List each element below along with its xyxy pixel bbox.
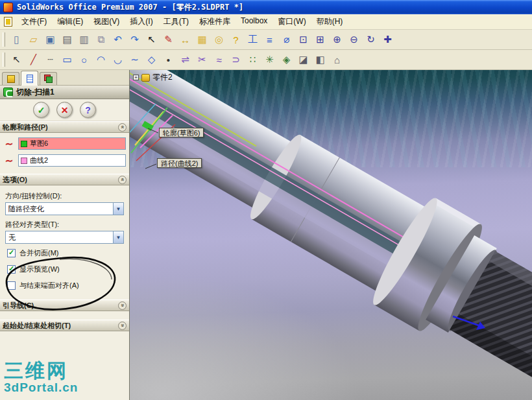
expand-chevron-icon[interactable] bbox=[118, 301, 127, 310]
selection-row: ∼ 曲线2 bbox=[3, 154, 126, 167]
configuration-manager-tab[interactable] bbox=[40, 72, 57, 85]
panel-tabs bbox=[0, 70, 129, 86]
option-checkbox-row[interactable]: 合并切面(M) bbox=[7, 248, 126, 258]
feature-title-bar: 切除-扫描1 bbox=[0, 86, 129, 99]
zoom-out-icon[interactable]: ⊖ bbox=[346, 32, 362, 47]
section-view-icon[interactable]: ◧ bbox=[312, 52, 328, 67]
help-button[interactable]: ? bbox=[80, 102, 96, 118]
dropdown-arrow-icon[interactable] bbox=[113, 231, 123, 243]
menu-item[interactable]: Toolbox bbox=[236, 14, 272, 29]
mirror-entities-icon[interactable]: ⇌ bbox=[177, 52, 193, 67]
dropdown-arrow-icon[interactable] bbox=[113, 203, 123, 215]
profile-selector-icon: ∼ bbox=[3, 139, 15, 148]
path-callout[interactable]: 路径(曲线2) bbox=[157, 158, 202, 168]
group-options-header[interactable]: 选项(O) bbox=[0, 174, 129, 185]
toolbar-drag-handle[interactable] bbox=[3, 53, 5, 67]
save-icon[interactable]: ▣ bbox=[42, 32, 58, 47]
property-manager-panel: 切除-扫描1 ✓ ✕ ? 轮廓和路径(P) ∼ bbox=[0, 70, 130, 400]
line-icon[interactable]: ╱ bbox=[25, 52, 42, 67]
group-guide-curves-header[interactable]: 引导线(C) bbox=[0, 300, 129, 311]
rotate-view-icon[interactable]: ↻ bbox=[363, 32, 379, 47]
tangent-arc-icon[interactable]: ◡ bbox=[110, 52, 126, 67]
help-icon[interactable]: ? bbox=[228, 32, 244, 47]
rectangle-icon[interactable]: ▭ bbox=[59, 52, 75, 67]
ok-button[interactable]: ✓ bbox=[33, 102, 49, 118]
revolve-icon[interactable]: ◎ bbox=[211, 32, 227, 47]
collapse-chevron-icon[interactable] bbox=[118, 176, 127, 184]
zoom-fit-icon[interactable]: ⊡ bbox=[295, 32, 311, 47]
display-style-icon[interactable]: ◪ bbox=[295, 52, 311, 67]
sketch-select-icon[interactable]: ↖ bbox=[8, 52, 25, 67]
shaft-model[interactable] bbox=[130, 70, 532, 400]
solidworks-window: SolidWorks Office Premium 2007 - [零件2.SL… bbox=[0, 0, 532, 400]
group-profile-path-header[interactable]: 轮廓和路径(P) bbox=[0, 121, 129, 133]
zoom-area-icon[interactable]: ⊞ bbox=[312, 32, 328, 47]
spline-icon[interactable]: ∼ bbox=[127, 52, 143, 67]
sketch-icon[interactable]: ✎ bbox=[160, 32, 176, 47]
menu-item[interactable]: 编辑(E) bbox=[52, 14, 88, 29]
extrude-boss-icon[interactable]: ▦ bbox=[194, 32, 210, 47]
centerline-icon[interactable]: ┄ bbox=[42, 52, 58, 67]
menu-item[interactable]: 插入(I) bbox=[125, 14, 158, 29]
path-alignment-combo[interactable]: 无 bbox=[5, 231, 124, 244]
print-preview-icon[interactable]: ▥ bbox=[76, 32, 92, 47]
checkbox-label: 与结束端面对齐(A) bbox=[19, 281, 79, 290]
option-checkbox-row[interactable]: 显示预览(W) bbox=[7, 265, 126, 274]
menu-item[interactable]: 工具(T) bbox=[158, 14, 194, 29]
print-icon[interactable]: ▤ bbox=[59, 32, 75, 47]
instant3d-icon[interactable]: ≡ bbox=[261, 32, 278, 47]
selection-row: ∼ 草图6 bbox=[3, 137, 126, 150]
zoom-in-icon[interactable]: ⊕ bbox=[329, 32, 345, 47]
selection-field[interactable]: 草图6 bbox=[18, 137, 126, 150]
feature-manager-tab[interactable] bbox=[2, 72, 19, 85]
polygon-icon[interactable]: ◇ bbox=[143, 52, 160, 67]
part-icon bbox=[141, 74, 150, 82]
trim-entities-icon[interactable]: ✂ bbox=[194, 52, 210, 67]
group-start-end-tangency-header[interactable]: 起始处/结束处相切(T) bbox=[0, 320, 129, 331]
menu-item[interactable]: 窗口(W) bbox=[272, 14, 311, 29]
point-icon[interactable]: • bbox=[160, 52, 176, 67]
menu-item[interactable]: 文件(F) bbox=[16, 14, 52, 29]
collapse-chevron-icon[interactable] bbox=[118, 123, 127, 132]
pan-view-icon[interactable]: ✚ bbox=[380, 32, 396, 47]
redo-icon[interactable]: ↷ bbox=[127, 32, 143, 47]
expand-chevron-icon[interactable] bbox=[118, 322, 127, 330]
new-document-icon[interactable]: ▯ bbox=[8, 32, 25, 47]
watermark-line2: 3dPortal.cn bbox=[4, 381, 78, 394]
convert-entities-icon[interactable]: ⊃ bbox=[228, 52, 244, 67]
checkbox[interactable] bbox=[7, 265, 16, 274]
open-folder-icon[interactable]: ▱ bbox=[25, 32, 42, 47]
menu-item[interactable]: 标准件库 bbox=[194, 14, 236, 29]
cancel-button[interactable]: ✕ bbox=[56, 102, 73, 118]
checkbox[interactable] bbox=[7, 281, 16, 290]
linear-pattern-icon[interactable]: ∷ bbox=[245, 52, 261, 67]
undo-icon[interactable]: ↶ bbox=[110, 32, 126, 47]
move-entities-icon[interactable]: ◈ bbox=[278, 52, 295, 67]
part-tree-label[interactable]: 零件2 bbox=[152, 72, 173, 83]
arc-icon[interactable]: ◠ bbox=[93, 52, 109, 67]
selection-field[interactable]: 曲线2 bbox=[18, 154, 126, 167]
circle-icon[interactable]: ○ bbox=[76, 52, 92, 67]
option-checkbox-row[interactable]: 与结束端面对齐(A) bbox=[7, 281, 126, 290]
circular-pattern-icon[interactable]: ✳ bbox=[261, 52, 278, 67]
smart-dimension-icon[interactable]: ↔ bbox=[177, 32, 193, 47]
copy-icon[interactable]: ⧉ bbox=[93, 32, 109, 47]
graphics-area[interactable]: + 零件2 轮廓(草图6) 路径(曲线2) bbox=[130, 70, 532, 400]
toolbar-drag-handle[interactable] bbox=[3, 32, 5, 47]
action-buttons: ✓ ✕ ? bbox=[0, 99, 129, 121]
property-sheet-icon bbox=[27, 75, 33, 83]
menu-item[interactable]: 帮助(H) bbox=[311, 14, 348, 29]
cosmosxpress-icon[interactable]: 工 bbox=[245, 32, 261, 47]
watermark-line1: 三维网 bbox=[4, 360, 78, 381]
view-orientation-icon[interactable]: ⌂ bbox=[329, 52, 345, 67]
property-manager-tab[interactable] bbox=[21, 71, 38, 86]
tree-expand-icon[interactable]: + bbox=[133, 75, 139, 80]
menu-item[interactable]: 视图(V) bbox=[88, 14, 125, 29]
checkbox[interactable] bbox=[7, 249, 16, 257]
select-arrow-icon[interactable]: ↖ bbox=[143, 32, 160, 47]
offset-entities-icon[interactable]: ≈ bbox=[211, 52, 227, 67]
measure-icon[interactable]: ⌀ bbox=[278, 32, 295, 47]
direction-control-combo[interactable]: 随路径变化 bbox=[5, 202, 124, 215]
cut-sweep-icon bbox=[3, 88, 13, 97]
profile-callout[interactable]: 轮廓(草图6) bbox=[159, 128, 204, 137]
